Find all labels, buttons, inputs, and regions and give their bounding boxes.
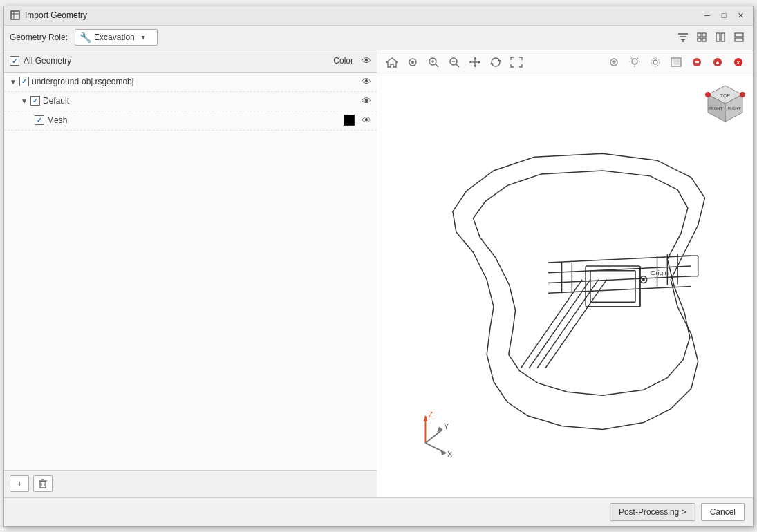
axis-indicator: Z X Y <box>424 410 453 457</box>
tree-item-file-label: underground-obj.rsgeomobj <box>32 77 359 86</box>
home-view-button[interactable] <box>383 53 401 71</box>
svg-text:●: ● <box>716 59 719 66</box>
svg-rect-0 <box>11 11 19 19</box>
bottom-bar: Post-Processing > Cancel <box>4 497 753 526</box>
svg-line-59 <box>548 276 691 283</box>
default-visibility-icon[interactable]: 👁 <box>362 95 371 106</box>
svg-rect-8 <box>702 33 706 37</box>
fullscreen-button[interactable] <box>507 53 525 71</box>
all-visibility-icon[interactable]: 👁 <box>362 55 371 66</box>
svg-marker-33 <box>474 65 476 67</box>
title-bar: Import Geometry ─ □ ✕ <box>4 6 753 26</box>
svg-text:X: X <box>447 449 452 457</box>
tree-item-mesh-label: Mesh <box>47 115 344 125</box>
tree-item-default[interactable]: ▼ Default 👁 <box>4 92 377 111</box>
viewport-settings-btn[interactable] <box>646 53 664 71</box>
main-content: All Geometry Color 👁 ▼ underground-obj.r… <box>4 50 753 497</box>
right-panel: ● ✕ <box>377 50 753 497</box>
viewport-cube[interactable]: TOP RIGHT FRONT <box>704 82 746 131</box>
filter-icon-btn[interactable] <box>675 29 691 46</box>
render-btn[interactable] <box>667 53 685 71</box>
pan-button[interactable] <box>466 53 484 71</box>
svg-line-24 <box>436 64 438 67</box>
canvas-area[interactable]: Origin Z X <box>377 75 753 497</box>
svg-rect-9 <box>698 38 701 41</box>
layout-btn[interactable] <box>731 29 747 46</box>
main-window: Import Geometry ─ □ ✕ Geometry Role: 🔧 E… <box>3 6 754 527</box>
rotate-button[interactable] <box>487 53 505 71</box>
svg-line-60 <box>548 286 691 293</box>
svg-point-94 <box>740 92 745 97</box>
add-item-button[interactable]: + <box>10 475 29 492</box>
svg-rect-12 <box>721 33 725 41</box>
file-visibility-icon[interactable]: 👁 <box>362 76 371 87</box>
minimize-button[interactable]: ─ <box>700 9 714 21</box>
svg-line-63 <box>537 279 599 368</box>
tree-item-mesh[interactable]: Mesh 👁 <box>4 111 377 131</box>
svg-rect-11 <box>716 33 720 41</box>
tree-item-default-label: Default <box>43 96 359 106</box>
svg-text:TOP: TOP <box>720 93 731 98</box>
post-processing-button[interactable]: Post-Processing > <box>610 503 695 521</box>
svg-marker-35 <box>478 61 480 64</box>
red-option-btn-2[interactable]: ● <box>709 53 727 71</box>
role-icon: 🔧 <box>80 32 91 43</box>
svg-point-22 <box>411 61 414 64</box>
split-view-btn[interactable] <box>712 29 729 46</box>
svg-rect-13 <box>735 33 743 37</box>
viewport-toolbar: ● ✕ <box>377 50 753 75</box>
svg-point-41 <box>632 59 637 64</box>
all-geometry-checkbox[interactable] <box>10 56 19 66</box>
window-icon <box>10 10 21 21</box>
expand-arrow-file[interactable]: ▼ <box>10 78 18 86</box>
tree-checkbox-file[interactable] <box>19 77 29 86</box>
viewport-tools-left <box>383 53 525 71</box>
svg-rect-50 <box>673 59 680 65</box>
svg-marker-32 <box>474 57 476 59</box>
geometry-role-dropdown[interactable]: 🔧 Excavation ▼ <box>75 29 158 46</box>
svg-point-48 <box>651 58 660 66</box>
cancel-button[interactable]: Cancel <box>701 503 745 521</box>
geometry-viewport: Origin Z X <box>377 75 753 497</box>
svg-rect-7 <box>698 33 701 37</box>
origin-text: Origin <box>651 268 669 276</box>
zoom-button[interactable] <box>445 53 463 71</box>
tree-area: ▼ underground-obj.rsgeomobj 👁 ▼ Default … <box>4 73 377 470</box>
svg-line-45 <box>631 58 632 59</box>
svg-marker-20 <box>386 58 398 67</box>
svg-line-57 <box>548 256 691 263</box>
svg-text:FRONT: FRONT <box>709 106 723 111</box>
toolbar-icons <box>675 29 747 46</box>
close-button[interactable]: ✕ <box>733 9 747 21</box>
look-button[interactable] <box>404 53 422 71</box>
tree-checkbox-default[interactable] <box>30 96 40 106</box>
mesh-color-swatch[interactable] <box>344 115 355 126</box>
window-title: Import Geometry <box>25 10 700 20</box>
svg-line-85 <box>425 429 442 443</box>
delete-item-button[interactable] <box>33 475 53 492</box>
role-value: Excavation <box>94 32 135 42</box>
grid-view-btn[interactable] <box>693 29 710 46</box>
zoom-box-button[interactable] <box>424 53 442 71</box>
expand-arrow-default[interactable]: ▼ <box>21 97 29 105</box>
mesh-visibility-icon[interactable]: 👁 <box>362 115 371 126</box>
zoom-extents-btn[interactable] <box>605 53 623 71</box>
svg-rect-15 <box>40 482 46 488</box>
tree-item-file[interactable]: ▼ underground-obj.rsgeomobj 👁 <box>4 73 377 92</box>
red-option-btn-3[interactable]: ✕ <box>729 53 747 71</box>
dropdown-arrow-icon: ▼ <box>140 34 147 41</box>
svg-point-95 <box>705 92 711 97</box>
svg-line-46 <box>637 58 638 59</box>
tree-checkbox-mesh[interactable] <box>35 115 44 125</box>
svg-marker-34 <box>469 61 471 64</box>
svg-text:Y: Y <box>444 422 449 430</box>
maximize-button[interactable]: □ <box>717 9 731 21</box>
svg-text:RIGHT: RIGHT <box>728 106 741 111</box>
viewport-tools-right: ● ✕ <box>605 53 747 71</box>
all-geometry-label: All Geometry <box>24 56 329 66</box>
lighting-btn[interactable] <box>626 53 644 71</box>
svg-point-78 <box>642 278 645 281</box>
red-option-btn-1[interactable] <box>688 53 706 71</box>
svg-point-47 <box>653 60 657 64</box>
svg-text:✕: ✕ <box>736 59 741 66</box>
